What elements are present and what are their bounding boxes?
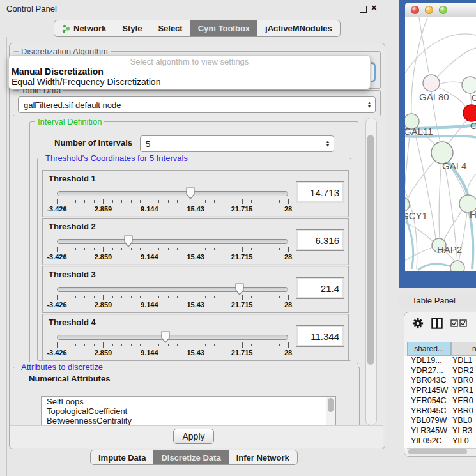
network-edge[interactable] (405, 247, 433, 263)
attribute-list-item[interactable]: BetweennessCentrality (42, 416, 335, 426)
slider-thumb[interactable] (235, 283, 244, 295)
table-row[interactable]: YDR27...YDR2 (404, 366, 476, 376)
gear-icon[interactable] (412, 318, 424, 329)
table-row[interactable]: YLR345WYLR3 (404, 426, 476, 436)
table-column-header-name[interactable]: na (451, 342, 476, 356)
table-h-scroll-thumb[interactable] (408, 449, 467, 454)
tick-mark (121, 200, 122, 203)
tick-label: 9.144 (141, 301, 158, 309)
table-row[interactable]: YBR045CYBR0 (404, 406, 476, 417)
threshold-slider[interactable]: -3.4262.8599.14415.4321.71528 (57, 283, 288, 309)
slider-thumb[interactable] (161, 331, 170, 343)
main-scroll-thumb[interactable] (367, 135, 374, 365)
tick-mark (140, 200, 141, 203)
mac-close-button[interactable] (411, 6, 419, 14)
network-edge[interactable] (405, 129, 410, 197)
table-h-scrollbar[interactable] (407, 448, 476, 456)
combo-stepper-icon[interactable]: ▲▼ (364, 101, 375, 109)
split-columns-icon[interactable] (431, 318, 443, 329)
slider-ticks (57, 295, 288, 300)
tab-network[interactable]: Network (54, 20, 114, 36)
mac-minimize-button[interactable] (425, 6, 433, 14)
network-edge[interactable] (405, 180, 417, 269)
network-node-top-right[interactable] (462, 77, 476, 93)
network-node-gcy1[interactable] (405, 197, 410, 211)
tick-mark (224, 200, 224, 203)
tab-impute-data[interactable]: Impute Data (91, 450, 153, 464)
attributes-scroll-thumb[interactable] (328, 398, 334, 412)
table-row[interactable]: YDL19...YDL1 (404, 356, 476, 366)
cell-name: YBR0 (452, 406, 473, 417)
select-columns-icon[interactable] (450, 319, 467, 327)
table-row[interactable]: YER054CYER0 (404, 396, 476, 406)
tick-label: 2.859 (95, 253, 112, 261)
dropdown-option[interactable]: Manual Discretization (9, 66, 370, 77)
dropdown-option[interactable]: Equal Width/Frequency Discretization (9, 77, 370, 87)
cell-shared-name: YER054C (411, 396, 447, 406)
threshold-value-field[interactable]: 14.713 (296, 181, 344, 203)
network-edge[interactable] (437, 48, 476, 77)
right-divider[interactable] (388, 17, 388, 476)
slider-track[interactable] (57, 335, 288, 340)
tab-select[interactable]: Select (150, 20, 190, 36)
tab-style[interactable]: Style (114, 20, 150, 36)
slider-ticks (57, 247, 288, 252)
tab-infer-network[interactable]: Infer Network (229, 450, 297, 464)
slider-thumb[interactable] (186, 187, 195, 199)
close-icon[interactable]: × (371, 2, 377, 13)
table-data-combobox[interactable]: galFiltered.sif default node ▲▼ (18, 96, 376, 113)
tab-label: Network (73, 24, 106, 33)
main-scrollbar[interactable] (365, 118, 377, 426)
slider-track[interactable] (57, 287, 288, 292)
float-icon[interactable] (360, 6, 367, 13)
apply-button[interactable]: Apply (173, 429, 214, 444)
attribute-list-item[interactable]: TopologicalCoefficient (42, 406, 335, 416)
cell-shared-name: YDR27... (411, 366, 443, 376)
threshold-value-field[interactable]: 21.4 (296, 277, 344, 299)
cell-shared-name: YDL19... (411, 356, 442, 366)
tab-discretize-data[interactable]: Discretize Data (153, 450, 228, 464)
network-edge[interactable] (405, 34, 476, 78)
slider-thumb[interactable] (124, 235, 133, 247)
tick-mark (121, 344, 122, 346)
network-node-red-node[interactable] (463, 105, 476, 121)
combo-stepper-icon[interactable]: ▲▼ (322, 140, 334, 148)
table-row[interactable]: YPR145WYPR1 (404, 386, 476, 396)
table-row[interactable]: YBR043CYBR0 (404, 376, 476, 386)
attribute-list-item[interactable]: SelfLoops (42, 397, 335, 406)
threshold-slider[interactable]: -3.4262.8599.14415.4321.71528 (57, 235, 288, 261)
network-node-gal80[interactable] (423, 75, 440, 91)
threshold-slider[interactable]: -3.4262.8599.14415.4321.71528 (57, 187, 288, 213)
table-row[interactable]: YIL052CYIL0 (404, 436, 476, 447)
attributes-scrollbar[interactable] (326, 397, 335, 426)
table-column-header-shared[interactable]: shared... (407, 342, 451, 356)
slider-track[interactable] (57, 191, 288, 196)
threshold-value-field[interactable]: 6.316 (296, 229, 344, 251)
tick-mark (242, 199, 243, 204)
num-intervals-value: 5 (141, 139, 322, 149)
attributes-items: SelfLoopsTopologicalCoefficientBetweenne… (42, 397, 335, 426)
threshold-value-field[interactable]: 11.344 (296, 325, 344, 347)
network-node-bottom-node[interactable] (450, 261, 464, 271)
network-edge[interactable] (439, 82, 464, 84)
mac-zoom-button[interactable] (439, 6, 447, 14)
threshold-slider[interactable]: -3.4262.8599.14415.4321.71528 (57, 331, 288, 357)
tick-mark (94, 344, 95, 346)
slider-track[interactable] (57, 239, 288, 244)
table-panel-title: Table Panel (412, 296, 456, 305)
tab-cyni-toolbox[interactable]: Cyni Toolbox (190, 20, 257, 36)
table-panel-titlebar: Table Panel (399, 292, 476, 309)
tick-mark (233, 296, 233, 298)
table-row[interactable]: YBL079WYBL0 (404, 416, 476, 426)
tick-mark (224, 248, 224, 250)
cell-shared-name: YBR043C (411, 376, 447, 386)
network-edge[interactable] (468, 174, 476, 196)
network-canvas[interactable]: GAL80GACGAL11GAL4GCY1HHAP2 (405, 17, 476, 271)
network-graph[interactable]: GAL80GACGAL11GAL4GCY1HHAP2 (405, 17, 476, 271)
num-intervals-combobox[interactable]: 5 ▲▼ (140, 135, 334, 152)
tab-jactivemnodules[interactable]: jActiveMNodules (257, 20, 340, 36)
attributes-listbox[interactable]: SelfLoopsTopologicalCoefficientBetweenne… (41, 396, 336, 427)
network-edge[interactable] (414, 128, 436, 239)
slider-tick-labels: -3.4262.8599.14415.4321.71528 (57, 301, 288, 309)
tick-mark (75, 248, 76, 250)
